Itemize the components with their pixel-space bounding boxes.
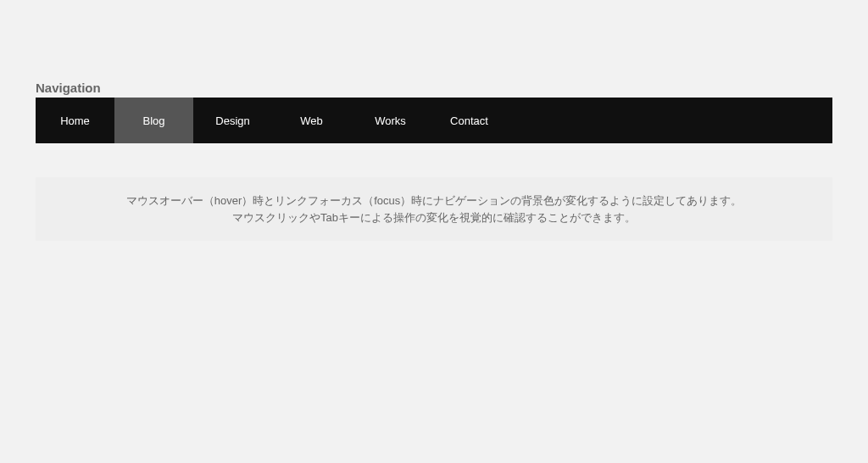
nav-item-design[interactable]: Design [193, 98, 272, 143]
nav-item-blog[interactable]: Blog [114, 98, 193, 143]
nav-item-web[interactable]: Web [272, 98, 351, 143]
nav-title: Navigation [36, 81, 832, 95]
nav-bar: Home Blog Design Web Works Contact [36, 98, 832, 143]
info-line-2: マウスクリックやTabキーによる操作の変化を視覚的に確認することができます。 [53, 209, 815, 226]
nav-item-home[interactable]: Home [36, 98, 114, 143]
nav-item-contact[interactable]: Contact [430, 98, 509, 143]
nav-item-works[interactable]: Works [351, 98, 430, 143]
info-box: マウスオーバー（hover）時とリンクフォーカス（focus）時にナビゲーション… [36, 177, 832, 241]
info-line-1: マウスオーバー（hover）時とリンクフォーカス（focus）時にナビゲーション… [53, 192, 815, 209]
